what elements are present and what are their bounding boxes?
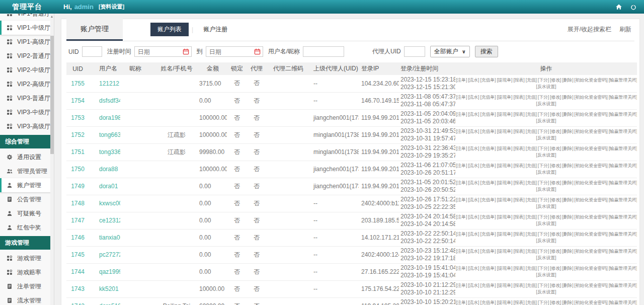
- action-link[interactable]: [报表]: [513, 78, 524, 83]
- search-button[interactable]: 搜索: [475, 46, 498, 57]
- action-link[interactable]: [反水设置]: [536, 204, 556, 209]
- calendar-icon[interactable]: [254, 48, 261, 55]
- uid-link[interactable]: 1747: [71, 217, 85, 224]
- action-link[interactable]: [报表]: [513, 283, 524, 288]
- action-link[interactable]: [充值]: [526, 129, 537, 134]
- action-link[interactable]: [下分]: [538, 163, 549, 168]
- action-link[interactable]: [反水设置]: [536, 272, 556, 277]
- sidebar-item[interactable]: 游戏赔率: [0, 265, 54, 279]
- action-link[interactable]: [反水设置]: [536, 118, 556, 123]
- username-link[interactable]: ce123123: [99, 217, 120, 224]
- action-link[interactable]: [下分]: [538, 249, 549, 254]
- sidebar-item[interactable]: VIP1-中级厅: [0, 21, 54, 35]
- action-link[interactable]: [提现单]: [497, 266, 512, 271]
- action-link[interactable]: [报表]: [513, 163, 524, 168]
- username-link[interactable]: tianxia001: [99, 234, 120, 241]
- toggle-search-link[interactable]: 展开/收起搜索栏: [568, 25, 611, 34]
- username-link[interactable]: qaz1999: [99, 268, 120, 275]
- action-link[interactable]: [充值]: [526, 180, 537, 185]
- action-link[interactable]: [提现单]: [497, 232, 512, 237]
- action-link[interactable]: [注单]: [456, 95, 467, 100]
- action-link[interactable]: [充值]: [526, 249, 537, 254]
- uid-link[interactable]: 1742: [71, 302, 85, 305]
- action-link[interactable]: [报表]: [513, 266, 524, 271]
- action-link[interactable]: [下分]: [538, 283, 549, 288]
- action-link[interactable]: [流水]: [468, 95, 479, 100]
- action-link[interactable]: [注单]: [456, 197, 467, 202]
- username-link[interactable]: dora88: [99, 166, 118, 173]
- action-link[interactable]: [修改]: [550, 249, 561, 254]
- action-link[interactable]: [充值]: [526, 95, 537, 100]
- action-link[interactable]: [注单]: [456, 249, 467, 254]
- action-link[interactable]: [修改]: [550, 95, 561, 100]
- action-link[interactable]: [流水]: [468, 163, 479, 168]
- action-link[interactable]: [报表]: [513, 95, 524, 100]
- action-link[interactable]: [充值]: [526, 112, 537, 117]
- action-link[interactable]: [下分]: [538, 232, 549, 237]
- action-link[interactable]: [注单]: [456, 163, 467, 168]
- action-link[interactable]: [报表]: [513, 180, 524, 185]
- action-link[interactable]: [修改]: [550, 146, 561, 151]
- action-link[interactable]: [输赢管理关闭]: [609, 146, 637, 151]
- uid-link[interactable]: 1753: [71, 114, 85, 121]
- action-link[interactable]: [流水]: [468, 232, 479, 237]
- sidebar-item[interactable]: 通用设置: [0, 150, 54, 164]
- action-link[interactable]: [反水设置]: [536, 170, 556, 175]
- action-link[interactable]: [提现单]: [497, 95, 512, 100]
- action-link[interactable]: [下分]: [538, 129, 549, 134]
- action-link[interactable]: [报表]: [513, 146, 524, 151]
- uid-link[interactable]: 1746: [71, 234, 85, 241]
- username-link[interactable]: dora5188: [99, 302, 120, 305]
- uid-input[interactable]: [82, 46, 102, 57]
- action-link[interactable]: [充值单]: [480, 232, 496, 237]
- action-link[interactable]: [注单]: [456, 283, 467, 288]
- scroll-up-arrow-icon[interactable]: [51, 16, 53, 18]
- action-link[interactable]: [初始化资金密码]: [574, 78, 607, 83]
- sidebar-item[interactable]: VIP3-中级厅: [0, 105, 54, 119]
- sidebar-item[interactable]: 可疑账号: [0, 206, 54, 220]
- action-link[interactable]: [修改]: [550, 214, 561, 219]
- home-icon[interactable]: [615, 4, 622, 11]
- action-link[interactable]: [提现单]: [497, 146, 512, 151]
- action-link[interactable]: [删除]: [562, 197, 573, 202]
- action-link[interactable]: [提现单]: [497, 300, 512, 305]
- action-link[interactable]: [下分]: [538, 214, 549, 219]
- action-link[interactable]: [输赢管理关闭]: [609, 283, 637, 288]
- action-link[interactable]: [删除]: [562, 283, 573, 288]
- action-link[interactable]: [修改]: [550, 300, 561, 305]
- action-link[interactable]: [输赢管理关闭]: [609, 214, 637, 219]
- action-link[interactable]: [输赢管理关闭]: [609, 180, 637, 185]
- action-link[interactable]: [删除]: [562, 300, 573, 305]
- username-link[interactable]: pc27272727: [99, 251, 120, 258]
- action-link[interactable]: [修改]: [550, 180, 561, 185]
- username-link[interactable]: 121212: [99, 80, 119, 87]
- action-link[interactable]: [修改]: [550, 266, 561, 271]
- action-link[interactable]: [流水]: [468, 266, 479, 271]
- action-link[interactable]: [删除]: [562, 95, 573, 100]
- action-link[interactable]: [初始化资金密码]: [574, 112, 607, 117]
- refresh-link[interactable]: 刷新: [619, 25, 631, 34]
- action-link[interactable]: [反水设置]: [536, 221, 556, 226]
- sidebar-item[interactable]: VIP2-高级厅: [0, 77, 54, 91]
- sidebar-item[interactable]: 流水管理: [0, 293, 54, 305]
- action-link[interactable]: [提现单]: [497, 129, 512, 134]
- username-input[interactable]: [303, 46, 344, 57]
- action-link[interactable]: [输赢管理关闭]: [609, 78, 637, 83]
- action-link[interactable]: [删除]: [562, 266, 573, 271]
- action-link[interactable]: [删除]: [562, 180, 573, 185]
- action-link[interactable]: [初始化资金密码]: [574, 266, 607, 271]
- scrollbar-thumb[interactable]: [50, 36, 54, 154]
- action-link[interactable]: [注单]: [456, 266, 467, 271]
- action-link[interactable]: [充值]: [526, 214, 537, 219]
- action-link[interactable]: [充值]: [526, 146, 537, 151]
- action-link[interactable]: [注单]: [456, 146, 467, 151]
- action-link[interactable]: [流水]: [468, 78, 479, 83]
- action-link[interactable]: [提现单]: [497, 249, 512, 254]
- action-link[interactable]: [修改]: [550, 283, 561, 288]
- action-link[interactable]: [充值]: [526, 78, 537, 83]
- action-link[interactable]: [充值单]: [480, 180, 496, 185]
- uid-link[interactable]: 1745: [71, 251, 85, 258]
- action-link[interactable]: [下分]: [538, 180, 549, 185]
- action-link[interactable]: [反水设置]: [536, 101, 556, 106]
- action-link[interactable]: [修改]: [550, 197, 561, 202]
